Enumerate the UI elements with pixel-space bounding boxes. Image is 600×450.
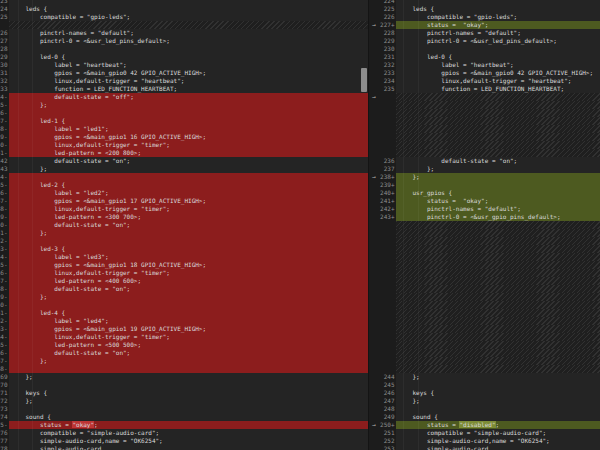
code-line[interactable]: led-0 {	[396, 53, 600, 61]
line-number: 237	[379, 165, 396, 173]
code-line[interactable]: };	[9, 293, 368, 301]
code-line[interactable]: function = LED_FUNCTION_HEARTBEAT;	[9, 85, 368, 93]
code-line[interactable]: compatible = "gpio-leds";	[9, 13, 368, 21]
line-number: 247-	[0, 197, 9, 205]
code-line[interactable]: led-1 {	[9, 117, 368, 125]
code-line[interactable]: leds {	[396, 5, 600, 13]
code-line[interactable]: };	[9, 397, 368, 405]
code-line[interactable]: };	[9, 229, 368, 237]
code-line[interactable]: linux,default-trigger = "timer";	[9, 269, 368, 277]
line-number: 235-	[0, 101, 9, 109]
diff-row: 245	[369, 381, 600, 389]
code-line[interactable]: gpios = <&main_gpio0 42 GPIO_ACTIVE_HIGH…	[396, 69, 600, 77]
code-line[interactable]	[396, 45, 600, 53]
code-line[interactable]: gpios = <&main_gpio1 18 GPIO_ACTIVE_HIGH…	[9, 261, 368, 269]
code-line[interactable]: };	[396, 165, 600, 173]
code-line[interactable]: };	[396, 373, 600, 381]
code-line[interactable]: linux,default-trigger = "timer";	[9, 205, 368, 213]
code-line[interactable]: linux,default-trigger = "heartbeat";	[396, 77, 600, 85]
code-line[interactable]: function = LED_FUNCTION_HEARTBEAT;	[396, 85, 600, 93]
code-line[interactable]	[396, 405, 600, 413]
code-line[interactable]	[9, 237, 368, 245]
code-line[interactable]: sound {	[9, 413, 368, 421]
apply-change-arrow-icon[interactable]: →	[369, 421, 379, 429]
code-line[interactable]: };	[396, 173, 600, 181]
code-line[interactable]: linux,default-trigger = "heartbeat";	[9, 77, 368, 85]
code-line[interactable]: compatible = "gpio-leds";	[396, 13, 600, 21]
code-line[interactable]: simple-audio-card,name = "OK6254";	[9, 437, 368, 445]
code-line[interactable]: label = "led1";	[9, 125, 368, 133]
code-line[interactable]: pinctrl-names = "default";	[396, 205, 600, 213]
code-line[interactable]: led-4 {	[9, 309, 368, 317]
code-line[interactable]: };	[9, 165, 368, 173]
code-line[interactable]: gpios = <&main_gpio0 42 GPIO_ACTIVE_HIGH…	[9, 69, 368, 77]
code-line[interactable]: keys {	[9, 389, 368, 397]
code-line[interactable]	[9, 381, 368, 389]
code-line[interactable]: sound {	[396, 413, 600, 421]
code-line[interactable]	[9, 45, 368, 53]
code-line[interactable]	[9, 109, 368, 117]
diff-row: 251- };	[0, 229, 368, 237]
code-line[interactable]: pinctrl-0 = <&usr_led_pins_default>;	[9, 37, 368, 45]
code-line[interactable]: };	[9, 357, 368, 365]
code-line[interactable]: linux,default-trigger = "timer";	[9, 141, 368, 149]
code-line[interactable]: };	[9, 101, 368, 109]
filler-hatch	[396, 125, 600, 133]
code-line[interactable]: gpios = <&main_gpio1 19 GPIO_ACTIVE_HIGH…	[9, 325, 368, 333]
code-line[interactable]: status = "okay";	[9, 421, 368, 429]
code-line[interactable]: };	[9, 373, 368, 381]
left-pane-scrollbar-thumb[interactable]	[361, 68, 367, 92]
code-line[interactable]: pinctrl-names = "default";	[9, 29, 368, 37]
code-line[interactable]	[396, 381, 600, 389]
code-line[interactable]: status = "disabled";	[396, 421, 600, 429]
code-line[interactable]: compatible = "simple-audio-card";	[9, 429, 368, 437]
code-line[interactable]: pinctrl-0 = <&usr_gpio_pins_default>;	[396, 213, 600, 221]
code-line[interactable]: led-pattern = <300 700>;	[9, 213, 368, 221]
code-line[interactable]: default-state = "on";	[9, 349, 368, 357]
code-line[interactable]: status = "okay";	[396, 197, 600, 205]
code-line[interactable]: default-state = "on";	[9, 285, 368, 293]
code-line[interactable]: default-state = "on";	[9, 221, 368, 229]
code-line[interactable]	[9, 405, 368, 413]
code-line[interactable]: led-pattern = <400 600>;	[9, 277, 368, 285]
code-line[interactable]: simple-audio-card,name = "OK6254";	[396, 437, 600, 445]
code-line[interactable]: pinctrl-names = "default";	[396, 29, 600, 37]
code-line[interactable]: led-pattern = <500 500>;	[9, 341, 368, 349]
code-line[interactable]	[9, 301, 368, 309]
code-line[interactable]: label = "heartbeat";	[396, 61, 600, 69]
line-number: 243+	[379, 213, 396, 221]
code-line[interactable]: linux,default-trigger = "timer";	[9, 333, 368, 341]
code-line[interactable]: simple-audio-card,	[9, 445, 368, 450]
code-line[interactable]	[9, 365, 368, 373]
code-line[interactable]: };	[396, 397, 600, 405]
code-line[interactable]: compatible = "simple-audio-card";	[396, 429, 600, 437]
code-line[interactable]: default-state = "on";	[9, 157, 368, 165]
code-line[interactable]: led-3 {	[9, 245, 368, 253]
code-line[interactable]: simple-audio-card,	[396, 445, 600, 450]
code-line[interactable]: label = "heartbeat";	[9, 61, 368, 69]
code-line[interactable]: pinctrl-0 = <&usr_led_pins_default>;	[396, 37, 600, 45]
code-line[interactable]: label = "led4";	[9, 317, 368, 325]
line-number: 255-	[0, 261, 9, 269]
code-line[interactable]: usr_gpios {	[396, 189, 600, 197]
filler-hatch	[396, 261, 600, 269]
code-line[interactable]	[396, 181, 600, 189]
line-number: 249	[379, 413, 396, 421]
apply-change-arrow-icon[interactable]: →	[369, 93, 379, 101]
code-line[interactable]: label = "led2";	[9, 189, 368, 197]
code-line[interactable]: status = "okay";	[396, 21, 600, 29]
arrow-column	[369, 381, 379, 389]
apply-change-arrow-icon[interactable]: →	[369, 21, 379, 29]
code-line[interactable]: led-pattern = <200 800>;	[9, 149, 368, 157]
code-line[interactable]: label = "led3";	[9, 253, 368, 261]
code-line[interactable]: keys {	[396, 389, 600, 397]
code-line[interactable]: default-state = "on";	[396, 157, 600, 165]
apply-change-arrow-icon[interactable]: →	[369, 173, 379, 181]
code-line[interactable]	[9, 173, 368, 181]
code-line[interactable]: led-2 {	[9, 181, 368, 189]
code-line[interactable]: leds {	[9, 5, 368, 13]
code-line[interactable]: default-state = "off";	[9, 93, 368, 101]
code-line[interactable]: gpios = <&main_gpio1 16 GPIO_ACTIVE_HIGH…	[9, 133, 368, 141]
code-line[interactable]: led-0 {	[9, 53, 368, 61]
code-line[interactable]: gpios = <&main_gpio1 17 GPIO_ACTIVE_HIGH…	[9, 197, 368, 205]
